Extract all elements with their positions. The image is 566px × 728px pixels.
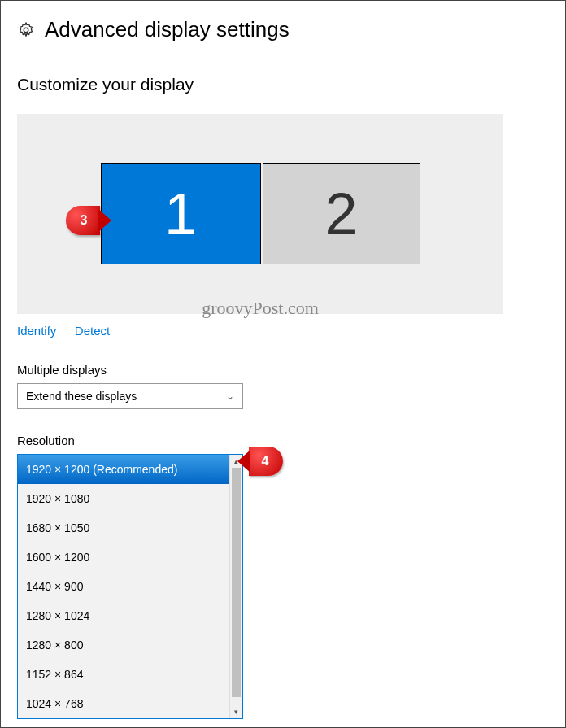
- resolution-option[interactable]: 1440 × 900: [18, 572, 242, 601]
- customize-heading: Customize your display: [17, 75, 549, 94]
- resolution-option[interactable]: 1600 × 1200: [18, 543, 242, 572]
- annotation-balloon-4: 4: [249, 447, 283, 476]
- detect-link[interactable]: Detect: [75, 324, 110, 338]
- monitor-2[interactable]: 2: [263, 163, 420, 264]
- scroll-thumb[interactable]: [232, 468, 241, 697]
- dropdown-scrollbar[interactable]: ▴ ▾: [229, 455, 242, 718]
- monitor-1[interactable]: 1: [101, 163, 261, 264]
- chevron-down-icon: ⌄: [226, 390, 234, 402]
- multiple-displays-select[interactable]: Extend these displays ⌄: [17, 383, 243, 409]
- multiple-displays-value: Extend these displays: [26, 390, 137, 403]
- resolution-option[interactable]: 1920 × 1080: [18, 484, 242, 513]
- svg-point-0: [24, 28, 28, 33]
- resolution-option[interactable]: 1152 × 864: [18, 660, 242, 689]
- related-settings-heading: Related settings: [17, 724, 549, 728]
- resolution-label: Resolution: [17, 434, 549, 447]
- annotation-balloon-3: 3: [66, 206, 100, 235]
- resolution-dropdown-list[interactable]: 1920 × 1200 (Recommended) 1920 × 1080 16…: [17, 454, 243, 719]
- scroll-down-arrow-icon[interactable]: ▾: [230, 705, 242, 718]
- watermark-text: groovyPost.com: [202, 298, 319, 319]
- gear-icon: [17, 21, 35, 39]
- identify-link[interactable]: Identify: [17, 324, 56, 338]
- resolution-option[interactable]: 1920 × 1200 (Recommended): [18, 455, 242, 484]
- display-links-row: Identify Detect: [17, 324, 549, 338]
- resolution-option[interactable]: 1280 × 800: [18, 630, 242, 660]
- page-title: Advanced display settings: [45, 17, 290, 42]
- multiple-displays-label: Multiple displays: [17, 363, 549, 377]
- resolution-option[interactable]: 1024 × 768: [18, 689, 242, 718]
- resolution-option[interactable]: 1280 × 1024: [18, 601, 242, 630]
- resolution-option[interactable]: 1680 × 1050: [18, 513, 242, 543]
- page-title-row: Advanced display settings: [17, 17, 549, 42]
